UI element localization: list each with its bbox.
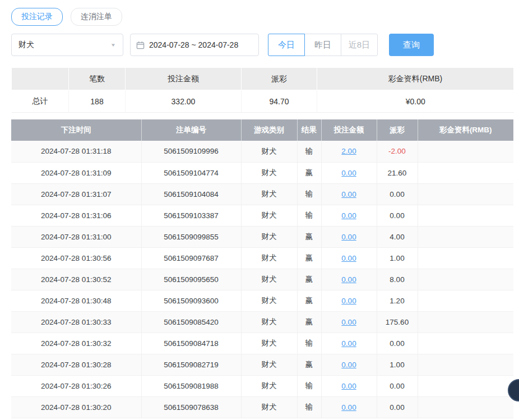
bonus-cell bbox=[418, 354, 513, 375]
game-select-value: 财犬 bbox=[18, 40, 34, 50]
bet-time-cell: 2024-07-28 01:30:56 bbox=[11, 247, 141, 269]
bet-amount-link[interactable]: 0.00 bbox=[341, 275, 356, 284]
game-type-cell: 财犬 bbox=[241, 354, 297, 375]
tab-cancelled-orders[interactable]: 连消注单 bbox=[71, 8, 122, 26]
summary-header-payout: 派彩 bbox=[242, 68, 317, 90]
summary-header-count: 笔数 bbox=[69, 68, 126, 90]
bet-amount-cell[interactable]: 0.00 bbox=[321, 247, 377, 269]
payout-cell: 0.00 bbox=[377, 375, 418, 396]
bonus-cell bbox=[418, 333, 513, 354]
search-button[interactable]: 查询 bbox=[389, 34, 434, 56]
bet-amount-link[interactable]: 0.00 bbox=[341, 297, 356, 305]
bonus-cell bbox=[418, 269, 513, 290]
bet-amount-cell[interactable]: 0.00 bbox=[321, 333, 377, 354]
quick-yesterday-button[interactable]: 昨日 bbox=[304, 34, 341, 56]
filter-row: 财犬 ▼ 2024-07-28 ~ 2024-07-28 今日 昨日 近8日 查… bbox=[11, 34, 513, 56]
tab-bet-records[interactable]: 投注记录 bbox=[11, 8, 63, 26]
header-bet-time: 下注时间 bbox=[11, 119, 141, 141]
order-id-cell: 5061509093600 bbox=[141, 290, 241, 311]
order-id-cell: 5061509109996 bbox=[141, 141, 241, 162]
header-order-id: 注单编号 bbox=[141, 119, 241, 141]
bet-amount-cell[interactable]: 0.00 bbox=[321, 396, 377, 418]
summary-table: 笔数 投注金额 派彩 彩金资料(RMB) 总计 188 332.00 94.70… bbox=[11, 67, 514, 113]
summary-bet-amount-value: 332.00 bbox=[126, 90, 242, 113]
order-id-cell: 5061509081988 bbox=[141, 375, 241, 396]
bonus-cell bbox=[418, 226, 513, 247]
bet-amount-link[interactable]: 0.00 bbox=[341, 254, 356, 262]
bet-amount-link[interactable]: 0.00 bbox=[341, 403, 356, 412]
bonus-cell bbox=[418, 311, 513, 333]
bet-amount-cell[interactable]: 0.00 bbox=[321, 183, 377, 205]
bonus-cell bbox=[418, 183, 513, 205]
date-range-input[interactable]: 2024-07-28 ~ 2024-07-28 bbox=[130, 34, 259, 56]
table-row: 2024-07-28 01:31:185061509109996财犬输2.00-… bbox=[11, 141, 513, 162]
bet-amount-link[interactable]: 0.00 bbox=[341, 339, 356, 348]
bet-time-cell: 2024-07-28 01:31:00 bbox=[11, 226, 141, 247]
summary-header-bonus: 彩金资料(RMB) bbox=[317, 68, 514, 90]
bet-amount-link[interactable]: 2.00 bbox=[341, 147, 356, 155]
bet-amount-cell[interactable]: 0.00 bbox=[321, 311, 377, 333]
game-type-cell: 财犬 bbox=[241, 333, 297, 354]
order-id-cell: 5061509103387 bbox=[141, 205, 241, 226]
summary-header-row: 笔数 投注金额 派彩 彩金资料(RMB) bbox=[12, 68, 514, 90]
bet-amount-link[interactable]: 0.00 bbox=[341, 233, 356, 241]
bet-amount-link[interactable]: 0.00 bbox=[341, 211, 356, 220]
bonus-cell bbox=[418, 290, 513, 311]
bet-amount-cell[interactable]: 0.00 bbox=[321, 354, 377, 375]
result-cell: 输 bbox=[297, 183, 321, 205]
quick-last8days-button[interactable]: 近8日 bbox=[341, 34, 378, 56]
bet-amount-cell[interactable]: 0.00 bbox=[321, 162, 377, 183]
summary-payout-value: 94.70 bbox=[242, 90, 317, 113]
order-id-cell: 5061509085420 bbox=[141, 311, 241, 333]
bet-amount-link[interactable]: 0.00 bbox=[341, 361, 356, 369]
game-select[interactable]: 财犬 ▼ bbox=[11, 34, 123, 56]
bet-amount-cell[interactable]: 0.00 bbox=[321, 375, 377, 396]
bet-amount-cell[interactable]: 0.00 bbox=[321, 205, 377, 226]
payout-cell: 0.00 bbox=[377, 333, 418, 354]
bet-amount-cell[interactable]: 2.00 bbox=[321, 141, 377, 162]
game-type-cell: 财犬 bbox=[241, 141, 297, 162]
table-row: 2024-07-28 01:31:075061509104084财犬输0.000… bbox=[11, 183, 513, 205]
order-id-cell: 5061509104084 bbox=[141, 183, 241, 205]
payout-cell: -2.00 bbox=[377, 141, 418, 162]
quick-date-button-group: 今日 昨日 近8日 bbox=[268, 34, 378, 56]
bet-time-cell: 2024-07-28 01:30:28 bbox=[11, 354, 141, 375]
table-row: 2024-07-28 01:30:265061509081988财犬输0.000… bbox=[11, 375, 513, 396]
bet-time-cell: 2024-07-28 01:30:32 bbox=[11, 333, 141, 354]
bet-amount-link[interactable]: 0.00 bbox=[341, 169, 356, 177]
payout-cell: 175.60 bbox=[377, 311, 418, 333]
table-row: 2024-07-28 01:30:335061509085420财犬赢0.001… bbox=[11, 311, 513, 333]
bet-time-cell: 2024-07-28 01:30:33 bbox=[11, 311, 141, 333]
bet-amount-link[interactable]: 0.00 bbox=[341, 190, 356, 199]
calendar-icon bbox=[136, 41, 145, 49]
bet-time-cell: 2024-07-28 01:31:07 bbox=[11, 183, 141, 205]
payout-cell: 0.00 bbox=[377, 396, 418, 418]
table-row: 2024-07-28 01:30:285061509082719财犬赢0.001… bbox=[11, 354, 513, 375]
bonus-cell bbox=[418, 141, 513, 162]
bet-amount-link[interactable]: 0.00 bbox=[341, 318, 356, 326]
payout-cell: 0.00 bbox=[377, 205, 418, 226]
bet-table-body: 2024-07-28 01:31:185061509109996财犬输2.00-… bbox=[11, 141, 513, 418]
bet-amount-link[interactable]: 0.00 bbox=[341, 382, 356, 390]
header-result: 结果 bbox=[297, 119, 321, 141]
quick-today-button[interactable]: 今日 bbox=[268, 34, 305, 56]
game-type-cell: 财犬 bbox=[241, 205, 297, 226]
tabs-row: 投注记录 连消注单 bbox=[11, 8, 513, 26]
order-id-cell: 5061509104774 bbox=[141, 162, 241, 183]
bet-amount-cell[interactable]: 0.00 bbox=[321, 269, 377, 290]
game-type-cell: 财犬 bbox=[241, 269, 297, 290]
payout-cell: 1.20 bbox=[377, 290, 418, 311]
game-type-cell: 财犬 bbox=[241, 396, 297, 418]
bet-amount-cell[interactable]: 0.00 bbox=[321, 290, 377, 311]
result-cell: 赢 bbox=[297, 269, 321, 290]
result-cell: 赢 bbox=[297, 354, 321, 375]
bet-amount-cell[interactable]: 0.00 bbox=[321, 226, 377, 247]
date-range-value: 2024-07-28 ~ 2024-07-28 bbox=[149, 40, 238, 49]
game-type-cell: 财犬 bbox=[241, 183, 297, 205]
game-type-cell: 财犬 bbox=[241, 226, 297, 247]
betting-records-page: 投注记录 连消注单 财犬 ▼ 2024-07-28 ~ 2024-07-28 今… bbox=[0, 0, 519, 420]
header-bonus: 彩金资料(RMB) bbox=[418, 119, 513, 141]
game-type-cell: 财犬 bbox=[241, 311, 297, 333]
order-id-cell: 5061509084718 bbox=[141, 333, 241, 354]
payout-cell: 21.60 bbox=[377, 162, 418, 183]
